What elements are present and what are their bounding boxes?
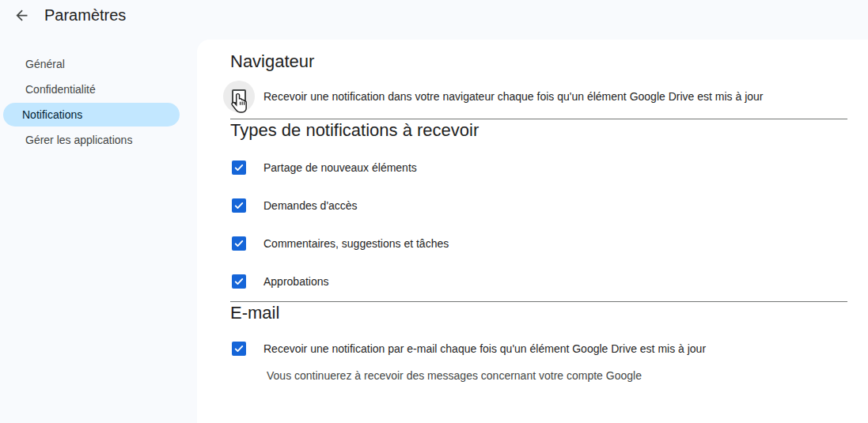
checkmark-icon bbox=[233, 343, 244, 354]
sidebar-item-notifications[interactable]: Notifications bbox=[3, 103, 180, 127]
sidebar-item-label: Confidentialité bbox=[25, 83, 96, 96]
notification-type-row: Demandes d'accès bbox=[230, 187, 847, 225]
checkbox-partage-nouveaux-elements[interactable] bbox=[223, 152, 255, 183]
notification-type-row: Commentaires, suggestions et tâches bbox=[230, 225, 847, 262]
sidebar-item-confidentialite[interactable]: Confidentialité bbox=[3, 77, 180, 102]
checkbox-checked-icon bbox=[232, 198, 246, 213]
checkbox-email-notifications[interactable] bbox=[223, 333, 255, 364]
email-notification-label: Recevoir une notification par e-mail cha… bbox=[263, 341, 706, 357]
back-button[interactable] bbox=[12, 6, 31, 25]
section-heading-email: E-mail bbox=[230, 302, 847, 324]
sidebar: Général Confidentialité Notifications Gé… bbox=[0, 51, 197, 153]
checkmark-icon bbox=[233, 162, 244, 173]
sidebar-item-general[interactable]: Général bbox=[3, 51, 180, 77]
checkbox-approbations[interactable] bbox=[223, 266, 255, 297]
browser-notification-row: Recevoir une notification dans votre nav… bbox=[230, 77, 847, 115]
notification-type-label: Partage de nouveaux éléments bbox=[263, 160, 417, 176]
notification-type-label: Demandes d'accès bbox=[263, 198, 358, 213]
email-notification-row: Recevoir une notification par e-mail cha… bbox=[230, 330, 847, 368]
notification-type-label: Approbations bbox=[263, 274, 329, 289]
sidebar-item-label: Gérer les applications bbox=[25, 134, 132, 146]
sidebar-item-gerer-applications[interactable]: Gérer les applications bbox=[3, 127, 180, 153]
checkbox-commentaires-suggestions-taches[interactable] bbox=[223, 228, 255, 259]
checkbox-unchecked-icon bbox=[232, 89, 246, 104]
checkbox-checked-icon bbox=[232, 161, 246, 175]
sidebar-item-label: Général bbox=[25, 58, 65, 70]
checkmark-icon bbox=[233, 200, 244, 211]
notification-type-label: Commentaires, suggestions et tâches bbox=[263, 236, 449, 251]
browser-notification-checkbox[interactable] bbox=[223, 81, 255, 112]
arrow-left-icon bbox=[13, 7, 30, 24]
notification-type-row: Approbations bbox=[230, 262, 847, 300]
section-heading-navigateur: Navigateur bbox=[230, 51, 847, 73]
settings-panel: Navigateur Recevoir une notification dan… bbox=[197, 40, 868, 423]
checkbox-demandes-acces[interactable] bbox=[223, 190, 255, 221]
header: Paramètres bbox=[0, 0, 868, 40]
browser-notification-label: Recevoir une notification dans votre nav… bbox=[263, 89, 763, 104]
checkmark-icon bbox=[233, 238, 244, 249]
email-account-note: Vous continuerez à recevoir des messages… bbox=[267, 369, 847, 382]
checkbox-checked-icon bbox=[232, 236, 246, 251]
sidebar-item-label: Notifications bbox=[22, 108, 82, 121]
notification-type-row: Partage de nouveaux éléments bbox=[230, 149, 847, 187]
section-heading-types: Types de notifications à recevoir bbox=[230, 119, 847, 142]
notification-types-list: Partage de nouveaux éléments Demandes d'… bbox=[230, 149, 847, 300]
checkbox-checked-icon bbox=[232, 274, 246, 289]
checkmark-icon bbox=[233, 276, 244, 287]
checkbox-checked-icon bbox=[232, 342, 246, 356]
page-title: Paramètres bbox=[44, 6, 126, 25]
